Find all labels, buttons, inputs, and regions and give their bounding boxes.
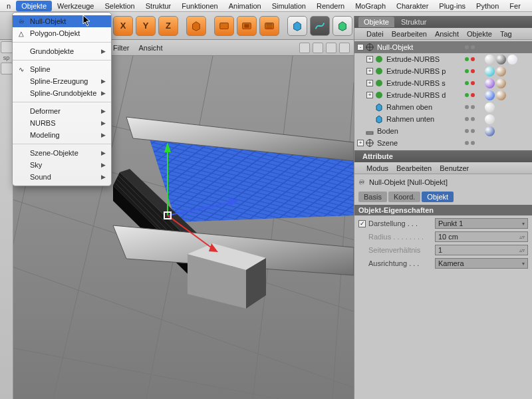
menu-funktionen[interactable]: Funktionen xyxy=(176,1,223,11)
menu-python[interactable]: Python xyxy=(471,1,504,11)
axis-y-button[interactable]: Y xyxy=(136,16,156,36)
menu-modeling[interactable]: Modeling▶ xyxy=(13,129,111,141)
menu-objekte[interactable]: Objekte xyxy=(16,1,52,11)
viewport-nav-icon[interactable] xyxy=(313,43,323,53)
object-tree[interactable]: -Null-Objekt+Extrude-NURBS+Extrude-NURBS… xyxy=(354,40,532,150)
tree-row[interactable]: +Extrude-NURBS p xyxy=(354,65,532,77)
material-tag-icon[interactable] xyxy=(496,66,506,76)
tree-row[interactable]: Boden xyxy=(354,125,532,137)
visibility-dot[interactable] xyxy=(471,141,475,145)
menu-selektion[interactable]: Selektion xyxy=(99,1,140,11)
viewport-nav-icon[interactable] xyxy=(299,43,310,53)
menu-polygon-objekt[interactable]: △ Polygon-Objekt xyxy=(13,27,111,39)
left-tool[interactable] xyxy=(1,63,13,74)
primitive-button[interactable] xyxy=(287,16,307,36)
viewport-nav-icon[interactable] xyxy=(326,43,336,53)
tree-row[interactable]: +Extrude-NURBS xyxy=(354,53,532,65)
render-settings-button[interactable] xyxy=(259,16,279,36)
tab-objekte[interactable]: Objekte xyxy=(358,17,394,27)
menu-animation[interactable]: Animation xyxy=(223,1,267,11)
tree-row[interactable]: Rahmen oben xyxy=(354,101,532,113)
render-button[interactable] xyxy=(214,16,234,36)
spline-tool-button[interactable] xyxy=(310,16,330,36)
material-tag-icon[interactable] xyxy=(496,55,506,65)
tree-expand-toggle[interactable]: + xyxy=(366,80,373,86)
objmenu-objekte[interactable]: Objekte xyxy=(467,30,492,38)
menu-grundobjekte[interactable]: Grundobjekte▶ xyxy=(13,45,111,57)
tree-expand-toggle[interactable]: + xyxy=(366,68,373,74)
visibility-dot[interactable] xyxy=(471,117,475,121)
axis-z-button[interactable]: Z xyxy=(158,16,178,36)
menu-sound[interactable]: Sound▶ xyxy=(13,171,111,183)
visibility-dot[interactable] xyxy=(465,117,469,121)
menu-struktur[interactable]: Struktur xyxy=(140,1,177,11)
tree-expand-toggle[interactable]: + xyxy=(357,140,364,146)
material-tag-icon[interactable] xyxy=(485,114,495,124)
menu-more[interactable]: Fer xyxy=(504,1,526,11)
menu-rendern[interactable]: Rendern xyxy=(311,1,350,11)
visibility-dot[interactable] xyxy=(471,105,475,109)
visibility-dot[interactable] xyxy=(471,129,475,133)
menu-plugins[interactable]: Plug-ins xyxy=(434,1,471,11)
tree-row[interactable]: +Extrude-NURBS s xyxy=(354,77,532,89)
darstellung-checkbox[interactable]: ✓ xyxy=(358,220,366,227)
objmenu-ansicht[interactable]: Ansicht xyxy=(435,30,459,38)
visibility-dot[interactable] xyxy=(471,57,475,61)
visibility-dot[interactable] xyxy=(471,81,475,85)
attrmenu-bearbeiten[interactable]: Bearbeiten xyxy=(396,164,432,172)
visibility-dot[interactable] xyxy=(471,45,475,49)
menu-null-objekt[interactable]: ♾ Null-Objekt xyxy=(13,15,111,27)
menu-werkzeuge[interactable]: Werkzeuge xyxy=(52,1,99,11)
tree-row[interactable]: -Null-Objekt xyxy=(354,41,532,53)
objmenu-datei[interactable]: Datei xyxy=(366,30,384,38)
visibility-dot[interactable] xyxy=(471,69,475,73)
tree-row[interactable]: Rahmen unten xyxy=(354,113,532,125)
menu-sky[interactable]: Sky▶ xyxy=(13,159,111,171)
material-tag-icon[interactable] xyxy=(485,66,495,76)
material-tag-icon[interactable] xyxy=(485,102,495,112)
render-region-button[interactable] xyxy=(237,16,257,36)
viewport-nav-icon[interactable] xyxy=(339,43,350,53)
visibility-dot[interactable] xyxy=(465,105,469,109)
menu-deformer[interactable]: Deformer▶ xyxy=(13,105,111,117)
material-tag-icon[interactable] xyxy=(485,78,495,88)
menu-spline[interactable]: ∿Spline xyxy=(13,63,111,75)
menu-mograph[interactable]: MoGraph xyxy=(350,1,391,11)
ausrichtung-dropdown[interactable]: Kamera▾ xyxy=(435,258,528,269)
visibility-dot[interactable] xyxy=(465,45,469,49)
menu-item[interactable]: n xyxy=(1,1,16,11)
objmenu-tags[interactable]: Tag xyxy=(500,30,512,38)
visibility-dot[interactable] xyxy=(465,93,469,97)
visibility-dot[interactable] xyxy=(465,57,469,61)
visibility-dot[interactable] xyxy=(465,81,469,85)
material-tag-icon[interactable] xyxy=(485,126,495,136)
objmenu-bearbeiten[interactable]: Bearbeiten xyxy=(392,30,427,38)
material-tag-icon[interactable] xyxy=(507,55,517,65)
attr-tab-koord[interactable]: Koord. xyxy=(388,192,420,202)
material-tag-icon[interactable] xyxy=(485,55,495,65)
menu-szene-objekte[interactable]: Szene-Objekte▶ xyxy=(13,147,111,159)
nurbs-tool-button[interactable] xyxy=(332,16,352,36)
visibility-dot[interactable] xyxy=(465,141,469,145)
left-tool[interactable] xyxy=(1,41,13,53)
menu-simulation[interactable]: Simulation xyxy=(267,1,311,11)
viewbar-ansicht[interactable]: Ansicht xyxy=(138,44,162,52)
visibility-dot[interactable] xyxy=(471,93,475,97)
darstellung-dropdown[interactable]: Punkt 1▾ xyxy=(435,218,528,229)
menu-nurbs[interactable]: NURBS▶ xyxy=(13,117,111,129)
menu-charakter[interactable]: Charakter xyxy=(391,1,434,11)
tree-expand-toggle[interactable]: - xyxy=(357,44,364,51)
tree-expand-toggle[interactable]: + xyxy=(366,92,373,98)
tab-struktur[interactable]: Struktur xyxy=(396,17,432,27)
attrmenu-benutzer[interactable]: Benutzer xyxy=(440,164,469,172)
attrmenu-modus[interactable]: Modus xyxy=(366,164,388,172)
menu-spline-erzeugung[interactable]: Spline-Erzeugung▶ xyxy=(13,75,111,87)
menu-spline-grundobjekte[interactable]: Spline-Grundobjekte▶ xyxy=(13,87,111,99)
tree-row[interactable]: +Szene xyxy=(354,137,532,149)
material-tag-icon[interactable] xyxy=(496,90,506,100)
visibility-dot[interactable] xyxy=(465,69,469,73)
attr-tab-objekt[interactable]: Objekt xyxy=(422,192,454,202)
visibility-dot[interactable] xyxy=(465,129,469,133)
attr-tab-basis[interactable]: Basis xyxy=(358,192,387,202)
tree-expand-toggle[interactable]: + xyxy=(366,56,373,63)
